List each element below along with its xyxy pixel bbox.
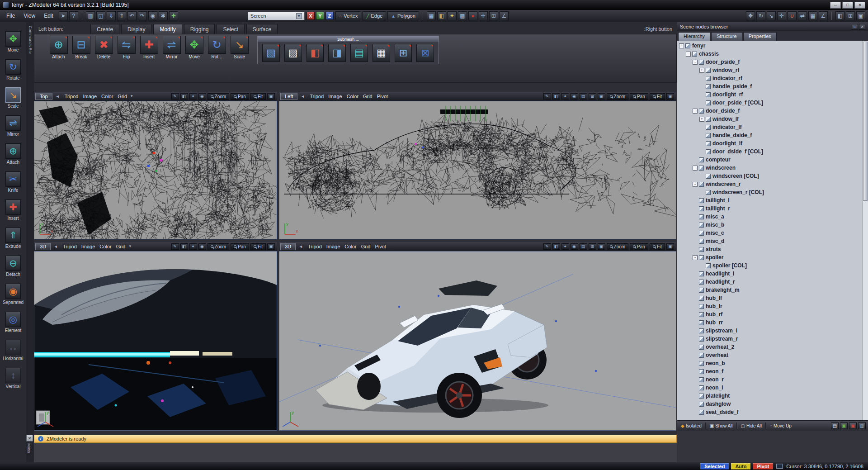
wireframe-icon[interactable]: ✎ [543,243,551,250]
panel-tab-structure[interactable]: Structure [711,32,742,41]
tree-item[interactable]: spoiler [COL] [677,261,868,270]
tree-item[interactable]: indicator_lf [677,123,868,131]
tree-item[interactable]: hub_rr [677,318,868,327]
layers-icon[interactable]: ▤ [580,243,587,250]
lighting-icon[interactable]: ✦ [561,93,569,100]
expand-icon[interactable]: + [699,117,704,122]
status-badge-pivot[interactable]: Pivot [753,463,773,470]
collapse-icon[interactable]: - [679,43,684,48]
maximize-button[interactable]: □ [842,2,853,9]
commands-bar-strip[interactable]: Commands Bar [26,22,34,470]
viewport-fit-control[interactable]: Fit [650,93,665,100]
viewport-menu-image[interactable]: Image [81,94,99,99]
tree-item[interactable]: handle_pside_f [677,82,868,90]
tree-item[interactable]: slipstream_l [677,327,868,335]
tree-item[interactable]: indicator_rf [677,74,868,82]
submesh-box-icon[interactable]: ⊞ [395,44,412,62]
wireframe-icon[interactable]: ✎ [543,93,551,100]
camera-icon[interactable]: ◉ [571,243,578,250]
toolbar-attach-button[interactable]: ⊕Attach [48,36,69,59]
tree-item[interactable]: windscreen [COL] [677,172,868,180]
viewport-menu-tripod[interactable]: Tripod [63,94,80,99]
collapse-icon[interactable]: - [693,109,698,114]
viewport-menu-more-icon[interactable]: ▾ [128,244,132,249]
lighting-icon[interactable]: ✦ [561,243,569,250]
viewport-top-content[interactable]: y x [34,101,277,239]
rotate-mini-icon[interactable]: ↻ [756,11,765,20]
sidebar-vertical-tool[interactable]: ↕Vertical [1,368,25,389]
mode-polygon-button[interactable]: ▲Polygon [387,11,419,20]
submesh-split-icon[interactable]: ◨ [328,44,346,62]
layers-icon[interactable]: ▤ [580,93,587,100]
minimize-button[interactable]: ─ [830,2,841,9]
toolbar-flip-button[interactable]: ⇋Flip [116,36,137,59]
tab-display[interactable]: Display [121,24,151,34]
wireframe-icon[interactable]: ✎ [171,93,179,100]
sidebar-separated-tool[interactable]: ◉Separated [1,284,25,305]
viewport-menu-more-icon[interactable]: ▾ [130,94,134,99]
viewport-zoom-control[interactable]: Zoom [208,93,230,100]
tree-item[interactable]: dashglow [677,400,868,408]
submesh-attach-icon[interactable]: ▧ [262,44,280,62]
tree-item[interactable]: windscreen_r [COL] [677,188,868,196]
tree-item[interactable]: platelight [677,392,868,400]
tree-item[interactable]: brakelight_m [677,286,868,294]
lights-icon[interactable]: ✦ [448,11,457,20]
tree-item[interactable]: seat_dside_f [677,408,868,416]
sidebar-knife-tool[interactable]: ✂Knife [1,171,25,193]
viewport-menu-color[interactable]: Color [98,244,113,249]
viewport-left-content[interactable]: y x [279,101,676,239]
tree-item[interactable]: door_pside_f [COL] [677,99,868,107]
menu-file[interactable]: File [3,12,19,20]
tree-item[interactable]: neon_f [677,367,868,375]
cursor-mode-icon[interactable]: ➤ [59,11,68,20]
viewport-pan-control[interactable]: Pan [630,93,648,100]
tree-item[interactable]: taillight_l [677,196,868,204]
wireframe-icon[interactable]: ✎ [171,243,179,250]
tab-surface[interactable]: Surface [246,24,278,34]
tree-item[interactable]: handle_dside_f [677,131,868,139]
sidebar-scale-tool[interactable]: ↘Scale [1,87,25,109]
hide-state-icon[interactable]: ▣ [849,423,857,429]
viewport-menu-image[interactable]: Image [80,244,97,249]
texture-icon[interactable]: ◧ [437,11,446,20]
viewport-maximize-icon[interactable]: ▣ [666,93,674,100]
collapse-icon[interactable]: - [686,52,691,57]
viewport-pan-control[interactable]: Pan [231,243,249,250]
viewport-menu-image[interactable]: Image [326,94,344,99]
close-button[interactable]: ✕ [854,2,865,9]
tree-item[interactable]: -windscreen [677,164,868,172]
layout-icon[interactable]: ◧ [835,11,844,20]
submesh-knife-icon[interactable]: ▦ [373,44,390,62]
camera-icon[interactable]: ◉ [198,93,206,100]
redo-icon[interactable]: ↷ [138,11,147,20]
viewport-menu-grid[interactable]: Grid [359,244,373,249]
submesh-brush-icon[interactable]: ▨ [284,44,302,62]
viewport-back-icon[interactable]: ◄ [298,244,304,249]
toolbar-break-button[interactable]: ⊟Break [71,36,92,59]
collapse-icon[interactable]: - [693,255,698,260]
panel-tab-hierarchy[interactable]: Hierarchy [678,32,710,41]
toolbar-rot-button[interactable]: ↻Rot... [206,36,227,59]
grid-snap-icon[interactable]: ⊞ [489,11,498,20]
plugins-icon[interactable]: ✚ [169,11,178,20]
collapse-icon[interactable]: - [693,60,698,65]
viewport-menu-color[interactable]: Color [345,94,360,99]
viewport-back-icon[interactable]: ◄ [300,94,306,99]
mode-edge-button[interactable]: ╱Edge [363,11,386,20]
viewport-zoom-control[interactable]: Zoom [208,243,230,250]
mirror-mini-icon[interactable]: ⇌ [798,11,807,20]
shading-icon[interactable]: ◧ [180,93,188,100]
viewport-menu-image[interactable]: Image [325,244,342,249]
messages-tab[interactable]: Mess [27,443,31,453]
tree-item[interactable]: doorlight_rf [677,90,868,99]
marker-icon[interactable]: ● [468,11,477,20]
footer-hide-all-button[interactable]: ▢Hide All [740,423,763,429]
viewport-maximize-icon[interactable]: ▣ [666,243,674,250]
viewport-menu-color[interactable]: Color [343,244,358,249]
collapse-icon[interactable]: - [693,182,698,187]
info-overlay-icon[interactable]: ▣ [598,243,605,250]
viewport-3d-perspective-content[interactable]: y [279,251,676,431]
tree-item[interactable]: misc_a [677,213,868,221]
sidebar-extrude-tool[interactable]: ⇑Extrude [1,228,25,249]
